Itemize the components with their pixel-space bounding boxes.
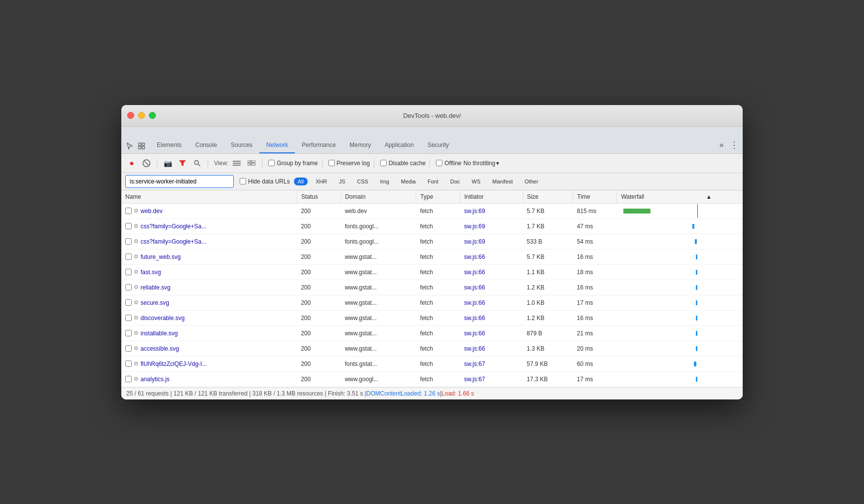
view-list-button[interactable] — [230, 157, 243, 170]
row-name[interactable]: css?family=Google+Sa... — [141, 238, 206, 245]
row-checkbox[interactable] — [125, 330, 132, 336]
tab-security[interactable]: Security — [421, 127, 456, 153]
tab-network[interactable]: Network — [259, 127, 295, 153]
close-button[interactable] — [127, 112, 134, 119]
table-row[interactable]: ⚙ discoverable.svg 200www.gstat...fetchs… — [121, 310, 743, 325]
filter-type-doc[interactable]: Doc — [446, 178, 464, 185]
col-header-waterfall[interactable]: Waterfall ▲ — [617, 190, 716, 203]
table-row[interactable]: ⚙ css?family=Google+Sa... 200fonts.googl… — [121, 218, 743, 234]
table-row[interactable]: ⚙ css?family=Google+Sa... 200fonts.googl… — [121, 234, 743, 249]
col-header-domain[interactable]: Domain — [341, 190, 416, 204]
filter-type-other[interactable]: Other — [521, 178, 542, 185]
row-checkbox[interactable] — [125, 223, 132, 229]
col-header-initiator[interactable]: Initiator — [460, 190, 523, 204]
row-initiator[interactable]: sw.js:66 — [460, 264, 523, 280]
preserve-log-checkbox[interactable] — [328, 160, 335, 166]
disable-cache-label[interactable]: Disable cache — [389, 160, 426, 167]
record-button[interactable]: ● — [125, 157, 138, 170]
row-checkbox[interactable] — [125, 253, 132, 260]
row-name[interactable]: secure.svg — [141, 299, 169, 306]
row-name[interactable]: analytics.js — [141, 376, 170, 383]
group-by-frame-label[interactable]: Group by frame — [277, 160, 318, 167]
table-row[interactable]: ⚙ fast.svg 200www.gstat...fetchsw.js:661… — [121, 264, 743, 280]
row-name[interactable]: reliable.svg — [141, 284, 171, 291]
group-by-frame-checkbox[interactable] — [268, 160, 275, 166]
row-checkbox[interactable] — [125, 238, 132, 245]
tab-sources[interactable]: Sources — [224, 127, 259, 153]
tab-performance[interactable]: Performance — [295, 127, 343, 153]
filter-type-css[interactable]: CSS — [353, 178, 372, 185]
row-initiator[interactable]: sw.js:66 — [460, 249, 523, 264]
disable-cache-checkbox[interactable] — [380, 160, 387, 166]
filter-type-font[interactable]: Font — [424, 178, 442, 185]
cursor-icon[interactable] — [125, 142, 134, 150]
col-header-size[interactable]: Size — [523, 190, 573, 204]
filter-type-media[interactable]: Media — [397, 178, 420, 185]
hide-data-urls-label[interactable]: Hide data URLs — [248, 178, 290, 185]
row-initiator[interactable]: sw.js:66 — [460, 341, 523, 356]
table-row[interactable]: ⚙ analytics.js 200www.googl...fetchsw.js… — [121, 371, 743, 387]
filter-type-ws[interactable]: WS — [468, 178, 485, 185]
row-initiator[interactable]: sw.js:69 — [460, 234, 523, 249]
tab-console[interactable]: Console — [188, 127, 224, 153]
offline-checkbox[interactable] — [436, 160, 442, 166]
col-header-name[interactable]: Name — [121, 190, 297, 204]
filter-input[interactable] — [125, 175, 234, 188]
row-initiator[interactable]: sw.js:66 — [460, 310, 523, 325]
row-initiator[interactable]: sw.js:69 — [460, 203, 523, 218]
row-checkbox[interactable] — [125, 360, 132, 367]
row-name[interactable]: css?family=Google+Sa... — [141, 223, 206, 230]
preserve-log-label[interactable]: Preserve log — [337, 160, 370, 167]
throttle-select[interactable]: No throttling ▾ — [464, 160, 500, 167]
filter-type-all[interactable]: All — [294, 178, 308, 185]
table-row[interactable]: ⚙ future_web.svg 200www.gstat...fetchsw.… — [121, 249, 743, 264]
filter-type-xhr[interactable]: XHR — [312, 178, 331, 185]
maximize-button[interactable] — [149, 112, 156, 119]
row-checkbox[interactable] — [125, 299, 132, 306]
tab-elements[interactable]: Elements — [150, 127, 188, 153]
table-row[interactable]: ⚙ accessible.svg 200www.gstat...fetchsw.… — [121, 341, 743, 356]
offline-label[interactable]: Offline — [444, 160, 461, 167]
row-initiator[interactable]: sw.js:66 — [460, 280, 523, 295]
filter-button[interactable] — [176, 157, 189, 170]
table-row[interactable]: ⚙ flUhRq6tzZclQEJ-Vdg-I... 200fonts.gsta… — [121, 356, 743, 371]
table-row[interactable]: ⚙ reliable.svg 200www.gstat...fetchsw.js… — [121, 280, 743, 295]
inspect-icon[interactable] — [137, 142, 146, 150]
row-checkbox[interactable] — [125, 345, 132, 352]
row-initiator[interactable]: sw.js:67 — [460, 356, 523, 371]
minimize-button[interactable] — [138, 112, 145, 119]
row-checkbox[interactable] — [125, 284, 132, 290]
view-detailed-button[interactable] — [245, 157, 258, 170]
tab-application[interactable]: Application — [378, 127, 421, 153]
filter-type-img[interactable]: Img — [376, 178, 393, 185]
row-initiator[interactable]: sw.js:69 — [460, 218, 523, 234]
table-row[interactable]: ⚙ secure.svg 200www.gstat...fetchsw.js:6… — [121, 295, 743, 310]
row-initiator[interactable]: sw.js:66 — [460, 325, 523, 341]
more-options-icon[interactable]: ⋮ — [730, 141, 739, 149]
row-checkbox[interactable] — [125, 269, 132, 275]
row-name[interactable]: web.dev — [141, 208, 163, 215]
row-initiator[interactable]: sw.js:66 — [460, 295, 523, 310]
row-name[interactable]: discoverable.svg — [141, 315, 184, 322]
search-button[interactable] — [191, 157, 204, 170]
clear-button[interactable] — [140, 157, 153, 170]
row-checkbox[interactable] — [125, 376, 132, 382]
col-header-type[interactable]: Type — [416, 190, 460, 204]
hide-data-urls-checkbox[interactable] — [240, 178, 246, 184]
row-initiator[interactable]: sw.js:67 — [460, 371, 523, 387]
row-name[interactable]: fast.svg — [141, 269, 161, 276]
row-checkbox[interactable] — [125, 208, 132, 214]
filter-type-manifest[interactable]: Manifest — [488, 178, 517, 185]
screenshot-button[interactable]: 📷 — [161, 157, 174, 170]
row-name[interactable]: accessible.svg — [141, 345, 179, 352]
table-row[interactable]: ⚙ installable.svg 200www.gstat...fetchsw… — [121, 325, 743, 341]
row-name[interactable]: future_web.svg — [141, 253, 180, 260]
row-name[interactable]: installable.svg — [141, 330, 178, 337]
row-name[interactable]: flUhRq6tzZclQEJ-Vdg-I... — [141, 360, 207, 367]
tab-memory[interactable]: Memory — [343, 127, 378, 153]
table-row[interactable]: ⚙ web.dev 200web.devfetchsw.js:695.7 KB8… — [121, 203, 743, 218]
col-header-status[interactable]: Status — [297, 190, 341, 204]
row-checkbox[interactable] — [125, 315, 132, 321]
col-header-time[interactable]: Time — [573, 190, 617, 204]
filter-type-js[interactable]: JS — [335, 178, 349, 185]
